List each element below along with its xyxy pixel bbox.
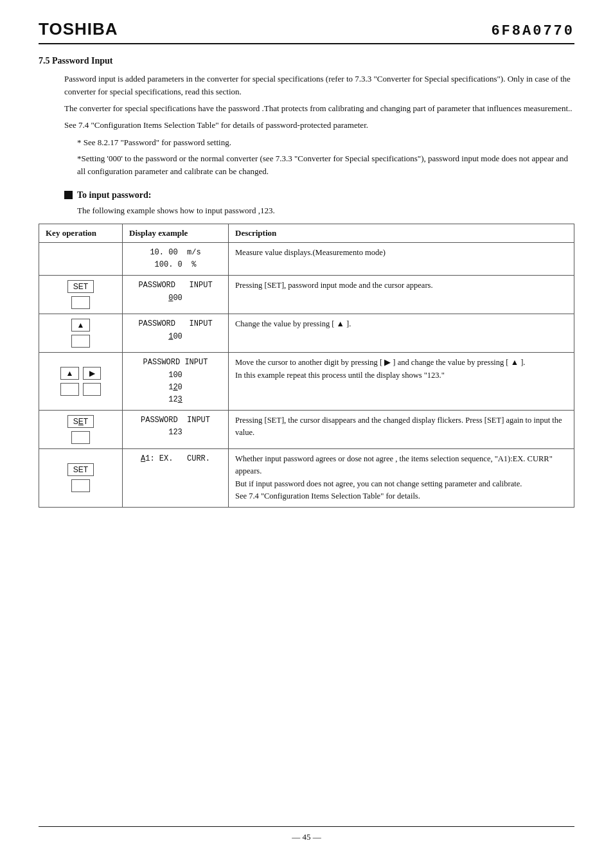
disp-mono-1: PASSWORD INPUT000 [129, 279, 222, 304]
table-row: SET A1: EX. CURR. Whether input password… [39, 449, 574, 508]
page-footer: — 45 — [39, 826, 574, 842]
key-blank-4 [71, 431, 89, 444]
section-title: 7.5 Password Input [39, 56, 574, 66]
table-row: ▲ PASSWORD INPUT100 Change the value by … [39, 314, 574, 353]
note-2: *Setting '000' to the password or the no… [77, 152, 574, 178]
key-up-3: ▲ [60, 367, 80, 380]
th-key-operation: Key operation [39, 224, 123, 242]
disp-mono-0: 10. 00 m/s100. 0 % [129, 247, 222, 271]
heading-square-icon [64, 191, 73, 199]
desc-cell-4: Pressing [SET], the cursor disappears an… [229, 411, 574, 449]
table-row: 10. 00 m/s100. 0 % Measure value display… [39, 242, 574, 275]
paragraph-3: See 7.4 "Configuration Items Selection T… [64, 119, 574, 132]
th-display-example: Display example [123, 224, 229, 242]
desc-cell-2: Change the value by pressing [ ▲ ]. [229, 314, 574, 353]
key-row-1: SET [46, 279, 116, 310]
desc-text-3: Move the cursor to another digit by pres… [235, 358, 525, 379]
key-cell-0 [39, 242, 123, 275]
table-row: SET PASSWORD INPUT000 Pressing [SET], pa… [39, 276, 574, 314]
disp-mono-2: PASSWORD INPUT100 [129, 318, 222, 342]
disp-cell-3: PASSWORD INPUT100120123 [123, 353, 229, 411]
key-row-3-bot [60, 382, 101, 396]
key-blank-2 [71, 335, 89, 348]
desc-cell-3: Move the cursor to another digit by pres… [229, 353, 574, 411]
example-note: The following example shows how to input… [77, 206, 574, 216]
key-row-2: ▲ [46, 318, 116, 348]
page-number: — 45 — [292, 832, 321, 842]
doc-number: 6F8A0770 [491, 23, 574, 39]
desc-text-2: Change the value by pressing [ ▲ ]. [235, 319, 351, 328]
desc-cell-5: Whether input password agrees or dose no… [229, 449, 574, 508]
note-1: * See 8.2.17 "Password" for password set… [77, 136, 574, 149]
key-blank-1 [71, 296, 89, 309]
desc-text-5: Whether input password agrees or dose no… [235, 454, 553, 500]
key-blank-3b [83, 383, 101, 396]
key-set-5: SET [67, 463, 94, 476]
disp-mono-5: A1: EX. CURR. [129, 453, 222, 465]
desc-text-4: Pressing [SET], the cursor disappears an… [235, 416, 562, 437]
key-set-4: SET [67, 415, 94, 428]
disp-cell-1: PASSWORD INPUT000 [123, 276, 229, 314]
disp-cell-2: PASSWORD INPUT100 [123, 314, 229, 353]
desc-cell-0: Measure value displays.(Measuremento mod… [229, 242, 574, 275]
paragraph-1: Password input is added parameters in th… [64, 73, 574, 98]
page-header: TOSHIBA 6F8A0770 [39, 19, 574, 44]
key-blank-5 [71, 479, 89, 492]
disp-cell-4: PASSWORD INPUT123 [123, 411, 229, 449]
disp-mono-4: PASSWORD INPUT123 [129, 414, 222, 439]
desc-text-1: Pressing [SET], password input mode and … [235, 281, 433, 290]
disp-cell-0: 10. 00 m/s100. 0 % [123, 242, 229, 275]
key-cell-1: SET [39, 276, 123, 314]
key-cell-3: ▲ ▶ [39, 353, 123, 411]
disp-cell-5: A1: EX. CURR. [123, 449, 229, 508]
desc-cell-1: Pressing [SET], password input mode and … [229, 276, 574, 314]
key-set-1: SET [67, 280, 94, 293]
key-cell-5: SET [39, 449, 123, 508]
page: TOSHIBA 6F8A0770 7.5 Password Input Pass… [0, 0, 613, 868]
table-row: SET PASSWORD INPUT123 Pressing [SET], th… [39, 411, 574, 449]
sub-heading: To input password: [64, 190, 574, 200]
th-description: Description [229, 224, 574, 242]
key-cell-2: ▲ [39, 314, 123, 353]
disp-mono-3: PASSWORD INPUT100120123 [129, 357, 222, 406]
paragraph-2: The converter for special specifications… [64, 102, 574, 115]
key-up-2: ▲ [71, 319, 91, 332]
key-row-3-top: ▲ ▶ [60, 366, 102, 380]
password-table: Key operation Display example Descriptio… [39, 224, 574, 508]
sub-heading-label: To input password: [77, 190, 151, 200]
key-blank-3a [60, 383, 78, 396]
table-row: ▲ ▶ PASSWORD INPUT100120123 Move the cur… [39, 353, 574, 411]
key-cell-4: SET [39, 411, 123, 449]
desc-text-0: Measure value displays.(Measuremento mod… [235, 248, 386, 257]
logo: TOSHIBA [39, 19, 118, 39]
key-right-3: ▶ [83, 367, 101, 380]
